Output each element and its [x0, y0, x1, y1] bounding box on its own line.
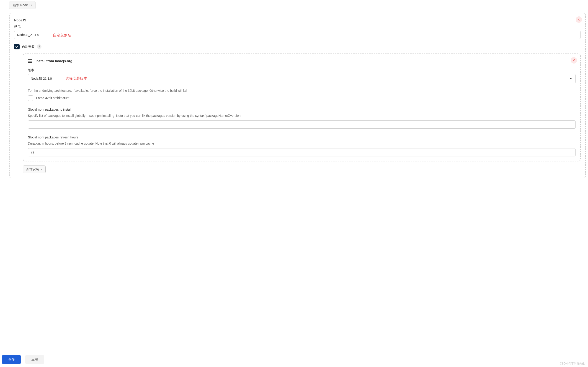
add-installer-label: 新增安装: [26, 167, 39, 171]
force-32bit-label: Force 32bit architecture: [36, 96, 69, 100]
help-icon[interactable]: ?: [37, 44, 42, 49]
chevron-down-icon: [570, 77, 573, 80]
nodejs-title: NodeJS: [14, 18, 581, 23]
caret-down-icon: [40, 169, 42, 170]
version-value: NodeJS 21.1.0: [31, 76, 52, 81]
add-installer-button[interactable]: 新增安装: [23, 166, 46, 173]
close-icon[interactable]: ✕: [576, 17, 582, 23]
tab-bar: 新增 NodeJS: [9, 0, 588, 9]
close-icon[interactable]: ✕: [571, 57, 577, 64]
alias-label: 别名: [14, 24, 581, 29]
auto-install-label: 自动安装: [22, 44, 35, 49]
add-nodejs-tab[interactable]: 新增 NodeJS: [9, 1, 35, 9]
refresh-hours-label: Global npm packages refresh hours: [28, 135, 576, 140]
drag-handle-icon[interactable]: [28, 59, 32, 63]
auto-install-checkbox[interactable]: [14, 44, 20, 50]
global-packages-desc: Specify list of packages to install glob…: [28, 113, 576, 118]
installer-panel: ✕ Install from nodejs.org 版本 NodeJS 21.1…: [23, 53, 581, 161]
arch-help-text: For the underlying architecture, if avai…: [28, 88, 576, 93]
global-packages-input[interactable]: [28, 120, 576, 129]
version-label: 版本: [28, 68, 576, 73]
version-select[interactable]: NodeJS 21.1.0: [28, 74, 576, 83]
force-32bit-checkbox[interactable]: [28, 95, 33, 101]
global-packages-label: Global npm packages to install: [28, 107, 576, 112]
check-icon: [15, 45, 18, 48]
installer-title: Install from nodejs.org: [35, 58, 72, 64]
nodejs-installation-panel: ✕ NodeJS 别名 自定义别名 自动安装 ? ✕: [9, 13, 586, 178]
refresh-hours-input[interactable]: [28, 148, 576, 156]
alias-input[interactable]: [14, 31, 581, 39]
refresh-hours-desc: Duration, in hours, before 2 npm cache u…: [28, 141, 576, 146]
